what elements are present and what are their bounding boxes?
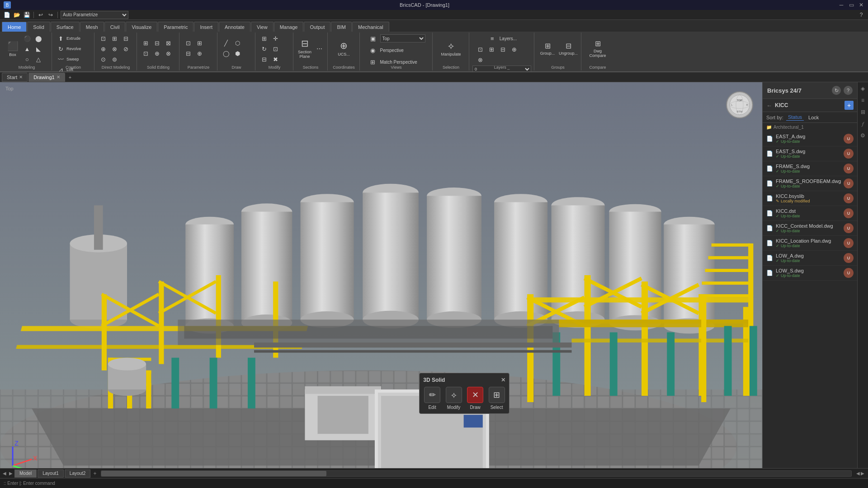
list-item-east-s[interactable]: 📄 EAST_S.dwg ✓ Up-to-date U (763, 146, 857, 161)
navigation-cube[interactable]: TOP BTM L R (722, 87, 758, 123)
se-btn3[interactable]: ⊠ (163, 38, 174, 48)
list-item-kicc-context[interactable]: 📄 KICC_Context Model.dwg ✓ Up-to-date U (763, 221, 857, 236)
sections-extra[interactable]: ⋯ (314, 43, 325, 53)
list-item-kicc-dst[interactable]: 📄 KICC.dst ✓ Up-to-date U (763, 206, 857, 221)
dwg-compare-button[interactable]: ⊞ DwgCompare (590, 37, 606, 60)
viewport-3d[interactable]: X Y Z Top TOP BTM L R (0, 82, 762, 468)
tab-mesh[interactable]: Mesh (80, 22, 104, 32)
tab-surface[interactable]: Surface (51, 22, 80, 32)
panel-back-button[interactable]: ← (766, 102, 772, 109)
layer-btn1[interactable]: ⊡ (475, 44, 486, 54)
cone-button[interactable]: ▲ (22, 44, 33, 54)
side-icon-blocks[interactable]: ⊞ (859, 108, 868, 117)
add-tab-button[interactable]: + (66, 74, 74, 81)
drawing1-tab-close[interactable]: ✕ (57, 75, 60, 80)
sphere-button[interactable]: ⚫ (22, 33, 33, 43)
manipulate-button[interactable]: ⟡ Manipulate (443, 37, 459, 60)
tab-annotate[interactable]: Annotate (219, 22, 250, 32)
context-menu-close[interactable]: ✕ (501, 377, 505, 383)
draw-btn1[interactable]: ╱ (221, 38, 231, 48)
revolve-button[interactable]: ↻ (55, 44, 66, 54)
tab-parametric[interactable]: Parametric (158, 22, 193, 32)
sort-by-status[interactable]: Status (786, 114, 804, 121)
list-item-east-a[interactable]: 📄 EAST_A.dwg ✓ Up-to-date U (763, 131, 857, 146)
group-button[interactable]: ⊞ Group... (538, 37, 557, 60)
para-btn4[interactable]: ⊕ (194, 49, 205, 59)
extrude-button[interactable]: ⬆ (55, 33, 66, 43)
para-btn1[interactable]: ⊡ (183, 38, 193, 48)
tab-start[interactable]: Start ✕ (2, 73, 28, 82)
section-plane-button[interactable]: ⊟ SectionPlane (297, 37, 313, 60)
tab-output[interactable]: Output (304, 22, 330, 32)
side-icon-properties[interactable]: ◈ (859, 84, 868, 93)
workspace-selector[interactable]: Auto Parametrize (61, 11, 128, 19)
dm-btn2[interactable]: ⊞ (109, 33, 120, 43)
undo-button[interactable]: ↩ (37, 11, 45, 19)
dm-btn1[interactable]: ⊡ (98, 33, 108, 43)
tab-bim[interactable]: BIM (331, 22, 352, 32)
layout-tab-layout2[interactable]: Layout2 (65, 469, 91, 478)
tab-visualize[interactable]: Visualize (126, 22, 157, 32)
panel-add-button[interactable]: + (844, 101, 854, 110)
help-button[interactable]: ? (857, 11, 865, 19)
se-btn6[interactable]: ⊗ (163, 49, 174, 59)
dm-btn5[interactable]: ⊗ (109, 44, 120, 54)
tab-manage[interactable]: Manage (274, 22, 304, 32)
list-item-frame-s[interactable]: 📄 FRAME_S.dwg ✓ Up-to-date U (763, 161, 857, 176)
ctx-edit-action[interactable]: ✏ Edit (424, 387, 440, 410)
dm-btn6[interactable]: ⊘ (120, 44, 131, 54)
layer-btn3[interactable]: ⊟ (497, 44, 508, 54)
dm-btn4[interactable]: ⊕ (98, 44, 108, 54)
torus-button[interactable]: ○ (22, 54, 33, 64)
ucs-button[interactable]: ⊕ UCS... (336, 37, 352, 60)
tab-home[interactable]: Home (2, 22, 27, 32)
sort-by-lock[interactable]: Lock (807, 114, 821, 121)
wedge-button[interactable]: ◣ (33, 44, 44, 54)
erase-btn[interactable]: ✖ (270, 54, 281, 64)
tab-mechanical[interactable]: Mechanical (352, 22, 389, 32)
side-icon-settings[interactable]: ⚙ (859, 131, 868, 140)
ctx-draw-action[interactable]: ✕ Draw (467, 387, 483, 410)
layer-btn4[interactable]: ⊕ (509, 44, 519, 54)
se-btn1[interactable]: ⊞ (140, 38, 151, 48)
ctx-select-action[interactable]: ⊞ Select (489, 387, 505, 410)
para-btn2[interactable]: ⊞ (194, 38, 205, 48)
sweep-button[interactable]: 〰 (55, 54, 66, 64)
horizontal-scrollbar[interactable] (101, 470, 852, 477)
dm-btn8[interactable]: ⊚ (109, 54, 120, 64)
rotate-btn[interactable]: ↻ (259, 44, 269, 54)
box-button[interactable]: ⬛ Box (5, 37, 21, 61)
cylinder-button[interactable]: ⬤ (33, 33, 44, 43)
se-btn4[interactable]: ⊡ (140, 49, 151, 59)
list-item-kicc-bsyslib[interactable]: 📄 KICC.bsyslib ✎ Locally modified U (763, 191, 857, 206)
layout-tab-layout1[interactable]: Layout1 (38, 469, 64, 478)
list-item-low-a[interactable]: 📄 LOW_A.dwg ✓ Up-to-date U (763, 251, 857, 266)
save-button[interactable]: 💾 (23, 11, 31, 19)
tab-civil[interactable]: Civil (104, 22, 126, 32)
dm-btn3[interactable]: ⊟ (120, 33, 131, 43)
draw-btn2[interactable]: ⬡ (232, 38, 243, 48)
dm-btn7[interactable]: ⊙ (98, 54, 108, 64)
tab-view[interactable]: View (251, 22, 274, 32)
layout-add-button[interactable]: + (91, 470, 98, 477)
copy-btn[interactable]: ⊞ (259, 33, 269, 43)
panel-refresh-icon[interactable]: ↻ (832, 86, 841, 95)
layout-nav-next[interactable]: ▶ (8, 471, 14, 476)
open-button[interactable]: 📂 (13, 11, 21, 19)
tab-drawing1[interactable]: Drawing1 ✕ (28, 73, 65, 82)
list-item-kicc-location[interactable]: 📄 KICC_Location Plan.dwg ✓ Up-to-date U (763, 236, 857, 251)
command-input-field[interactable] (57, 481, 864, 486)
list-item-frame-s-roofbeam[interactable]: 📄 FRAME_S_ROOFBEAM.dwg ✓ Up-to-date U (763, 176, 857, 191)
list-item-low-s[interactable]: 📄 LOW_S.dwg ✓ Up-to-date U (763, 266, 857, 281)
se-btn2[interactable]: ⊟ (151, 38, 162, 48)
tab-insert[interactable]: Insert (194, 22, 218, 32)
ungroup-button[interactable]: ⊟ Ungroup... (558, 37, 578, 60)
tab-solid[interactable]: Solid (27, 22, 50, 32)
close-button[interactable]: ✕ (858, 2, 864, 8)
pyramid-button[interactable]: △ (33, 54, 44, 64)
layers-btn[interactable]: ≡ (487, 33, 498, 43)
redo-button[interactable]: ↪ (47, 11, 55, 19)
draw-btn4[interactable]: ⬢ (232, 49, 243, 59)
se-btn5[interactable]: ⊕ (151, 49, 162, 59)
window-controls[interactable]: ─ ▭ ✕ (838, 2, 864, 8)
